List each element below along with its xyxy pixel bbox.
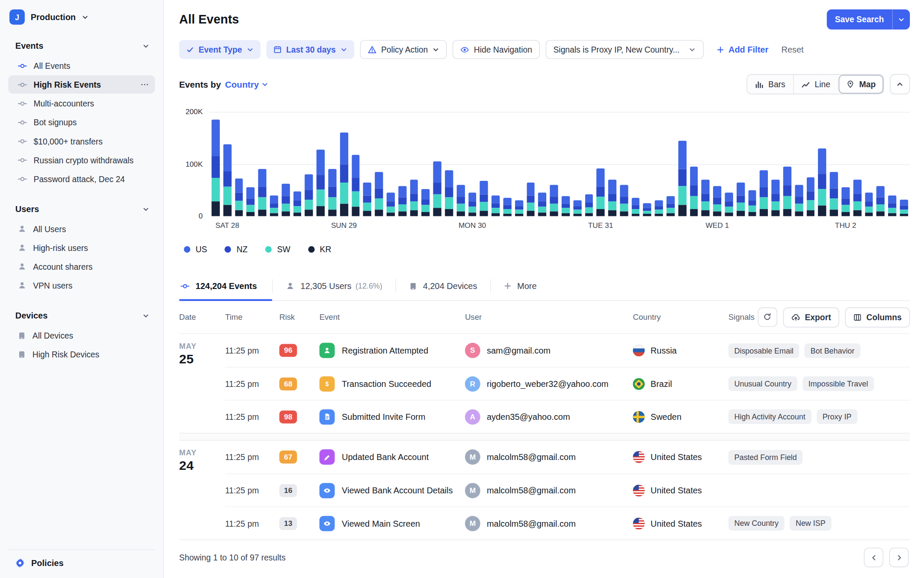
tab-12-305-users[interactable]: 12,305 Users(12.6%): [273, 271, 395, 301]
sidebar-item-high-risk-devices[interactable]: High Risk Devices: [8, 345, 155, 363]
sidebar-item-all-devices[interactable]: All Devices: [8, 326, 155, 345]
bar[interactable]: [900, 112, 908, 216]
sidebar-item-vpn-users[interactable]: VPN users: [8, 276, 155, 295]
sidebar-item-10-000-transfers[interactable]: $10,000+ transfers: [8, 132, 155, 150]
table-row[interactable]: 11:25 pm13Viewed Main ScreenMmalcolm58@g…: [225, 507, 910, 540]
tab-more[interactable]: More: [491, 271, 550, 301]
chart-dimension-dropdown[interactable]: Country: [225, 79, 268, 89]
table-row[interactable]: 11:25 pm68$Transaction SucceededRrigober…: [225, 367, 910, 400]
bar[interactable]: [666, 112, 675, 216]
tab-124-204-events[interactable]: 124,204 Events: [179, 271, 272, 301]
sidebar-item-all-events[interactable]: All Events: [8, 56, 155, 75]
sidebar-section-header-users[interactable]: Users: [8, 203, 155, 216]
bar[interactable]: [387, 112, 395, 216]
bar[interactable]: [585, 112, 593, 216]
columns-button[interactable]: Columns: [845, 307, 910, 327]
table-row[interactable]: 11:25 pm96Registration AttemptedSsam@gma…: [225, 334, 910, 367]
next-page-button[interactable]: [889, 548, 909, 567]
bar[interactable]: TUE 31: [597, 112, 605, 216]
bar[interactable]: [783, 112, 791, 216]
bar[interactable]: [515, 112, 523, 216]
legend-item-nz[interactable]: NZ: [225, 245, 247, 254]
bar[interactable]: [456, 112, 465, 216]
bar[interactable]: [212, 112, 220, 216]
sidebar-item-policies[interactable]: Policies: [8, 549, 155, 568]
bar[interactable]: [877, 112, 885, 216]
bar[interactable]: [772, 112, 780, 216]
sidebar-item-account-sharers[interactable]: Account sharers: [8, 257, 155, 276]
filter-chip-signals-is-proxy-ip-new-country[interactable]: Signals is Proxy IP, New Country...: [546, 40, 704, 59]
sidebar-section-header-devices[interactable]: Devices: [8, 310, 155, 323]
table-row[interactable]: 11:25 pm98Submitted Invite FormAayden35@…: [225, 400, 910, 433]
bar[interactable]: [480, 112, 488, 216]
workspace-switcher[interactable]: J Production: [8, 9, 155, 25]
sidebar-item-high-risk-users[interactable]: High-risk users: [8, 239, 155, 257]
bar[interactable]: [270, 112, 278, 216]
sidebar-item-russian-crypto-withdrawals[interactable]: Russian crypto withdrawals: [8, 151, 155, 169]
bar[interactable]: [398, 112, 406, 216]
bar[interactable]: [748, 112, 756, 216]
legend-item-kr[interactable]: KR: [308, 245, 331, 254]
bar[interactable]: [293, 112, 301, 216]
bar[interactable]: [865, 112, 873, 216]
bar[interactable]: [655, 112, 663, 216]
bar[interactable]: [702, 112, 710, 216]
bar[interactable]: [246, 112, 255, 216]
bar[interactable]: [690, 112, 698, 216]
table-row[interactable]: 11:25 pm16Viewed Bank Account DetailsMma…: [225, 474, 910, 507]
sidebar-item-bot-signups[interactable]: Bot signups: [8, 113, 155, 131]
filter-chip-policy-action[interactable]: Policy Action: [360, 40, 447, 59]
bar[interactable]: [737, 112, 745, 216]
bar[interactable]: [492, 112, 500, 216]
add-filter-button[interactable]: Add Filter: [717, 45, 768, 54]
refresh-button[interactable]: [758, 307, 777, 326]
bar[interactable]: [258, 112, 267, 216]
bar[interactable]: [527, 112, 535, 216]
bar[interactable]: [503, 112, 511, 216]
sidebar-item-high-risk-events[interactable]: High Risk Events: [8, 75, 155, 94]
tab-4-204-devices[interactable]: 4,204 Devices: [396, 271, 490, 301]
bar[interactable]: [620, 112, 628, 216]
bar[interactable]: [608, 112, 616, 216]
sidebar-section-header-events[interactable]: Events: [8, 40, 155, 53]
bar[interactable]: MON 30: [468, 112, 477, 216]
bar[interactable]: [760, 112, 768, 216]
bar[interactable]: [235, 112, 243, 216]
sidebar-item-all-users[interactable]: All Users: [8, 220, 155, 238]
item-menu-icon[interactable]: [140, 80, 149, 89]
bar[interactable]: [433, 112, 441, 216]
legend-item-us[interactable]: US: [184, 245, 207, 254]
bar[interactable]: [550, 112, 558, 216]
chart-view-bars[interactable]: Bars: [747, 75, 793, 94]
bar[interactable]: [853, 112, 862, 216]
bar[interactable]: [317, 112, 325, 216]
bar[interactable]: [573, 112, 581, 216]
bar[interactable]: [795, 112, 803, 216]
table-row[interactable]: 11:25 pm67Updated Bank AccountMmalcolm58…: [225, 440, 910, 473]
reset-button[interactable]: Reset: [781, 45, 803, 54]
bar[interactable]: [421, 112, 429, 216]
bar[interactable]: SUN 29: [340, 112, 348, 216]
bar[interactable]: [445, 112, 453, 216]
sidebar-item-multi-accounters[interactable]: Multi-accounters: [8, 94, 155, 112]
bar[interactable]: [410, 112, 418, 216]
bar[interactable]: SAT 28: [223, 112, 231, 216]
bar[interactable]: [818, 112, 826, 216]
sidebar-item-password-attack-dec-24[interactable]: Password attack, Dec 24: [8, 170, 155, 188]
bar[interactable]: [678, 112, 686, 216]
collapse-chart-button[interactable]: [890, 74, 910, 94]
bar[interactable]: [806, 112, 814, 216]
bar[interactable]: [363, 112, 371, 216]
filter-chip-last-30-days[interactable]: Last 30 days: [266, 40, 354, 59]
legend-item-sw[interactable]: SW: [265, 245, 290, 254]
chevron-down-icon[interactable]: [892, 9, 910, 29]
bar[interactable]: [888, 112, 896, 216]
bar[interactable]: [352, 112, 360, 216]
bar[interactable]: [305, 112, 313, 216]
export-button[interactable]: Export: [783, 307, 839, 327]
bar[interactable]: [631, 112, 640, 216]
chart-view-map[interactable]: Map: [838, 75, 883, 94]
bar[interactable]: [328, 112, 336, 216]
bar[interactable]: [538, 112, 546, 216]
save-search-button[interactable]: Save Search: [826, 9, 910, 29]
